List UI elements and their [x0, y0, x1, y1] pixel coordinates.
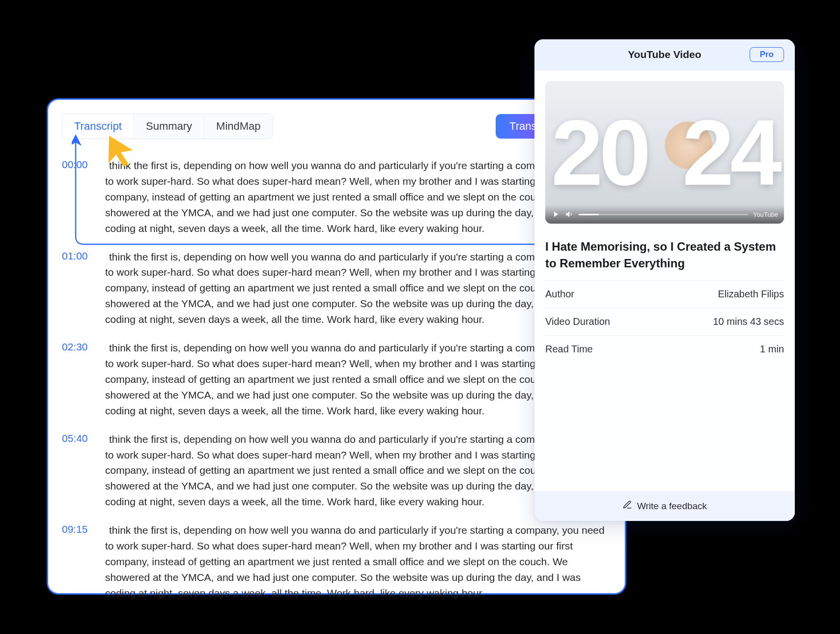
pro-badge[interactable]: Pro: [750, 47, 784, 62]
tab-group: Transcript Summary MindMap: [62, 114, 273, 139]
timestamp[interactable]: 00:00: [62, 158, 92, 236]
progress-bar[interactable]: [579, 214, 748, 215]
tab-mindmap[interactable]: MindMap: [204, 114, 272, 139]
feedback-button[interactable]: Write a feedback: [534, 491, 795, 521]
meta-row-author: Author Elizabeth Filips: [545, 280, 784, 308]
card-title: YouTube Video: [580, 49, 750, 60]
card-header: YouTube Video Pro: [534, 39, 795, 70]
video-thumbnail[interactable]: 20 24 YouTube: [545, 81, 784, 224]
meta-row-duration: Video Duration 10 mins 43 secs: [545, 308, 784, 335]
volume-icon[interactable]: [565, 210, 574, 219]
edit-icon: [622, 500, 632, 512]
thumb-year-overlay: 20 24: [545, 81, 784, 224]
transcript-row: 09:15 think the first is, depending on h…: [62, 522, 611, 601]
timestamp[interactable]: 01:00: [62, 249, 92, 328]
timestamp[interactable]: 05:40: [62, 432, 92, 510]
play-icon[interactable]: [551, 210, 560, 219]
tab-transcript[interactable]: Transcript: [62, 114, 134, 139]
transcript-row: 05:40 think the first is, depending on h…: [62, 432, 611, 510]
tab-summary[interactable]: Summary: [134, 114, 204, 139]
youtube-watermark: YouTube: [753, 211, 778, 218]
transcript-row: 00:00 think the first is, depending on h…: [62, 158, 611, 236]
video-title: I Hate Memorising, so I Created a System…: [534, 234, 795, 280]
meta-label: Video Duration: [545, 316, 610, 327]
transcript-row: 02:30 think the first is, depending on h…: [62, 340, 611, 419]
tab-row: Transcript Summary MindMap Translate: [62, 114, 611, 139]
timestamp[interactable]: 02:30: [62, 340, 92, 419]
transcript-list: 00:00 think the first is, depending on h…: [62, 158, 611, 601]
feedback-label: Write a feedback: [637, 501, 707, 512]
meta-label: Author: [545, 288, 574, 300]
meta-label: Read Time: [545, 344, 593, 355]
meta-value: 10 mins 43 secs: [713, 316, 784, 327]
transcript-text: think the first is, depending on how wel…: [105, 522, 611, 601]
video-info-card: YouTube Video Pro 20 24 YouTube I Hate M…: [534, 39, 795, 521]
meta-value: 1 min: [760, 344, 784, 355]
video-controls: YouTube: [545, 205, 784, 224]
meta-list: Author Elizabeth Filips Video Duration 1…: [534, 280, 795, 363]
transcript-row: 01:00 think the first is, depending on h…: [62, 249, 611, 328]
meta-value: Elizabeth Filips: [718, 288, 784, 300]
meta-row-readtime: Read Time 1 min: [545, 335, 784, 363]
timestamp[interactable]: 09:15: [62, 522, 92, 601]
